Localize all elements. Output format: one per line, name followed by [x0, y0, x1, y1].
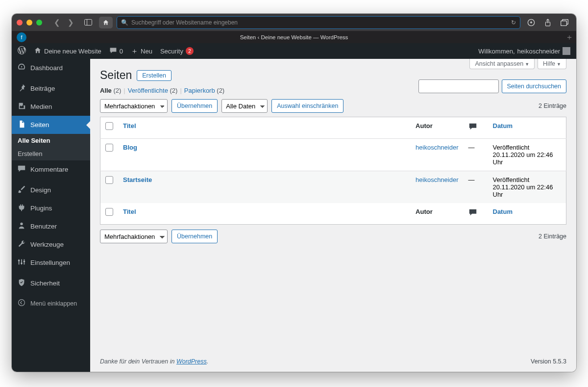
col-title-sort-bottom[interactable]: Titel — [123, 208, 136, 215]
menu-plugins[interactable]: Plugins — [12, 199, 90, 217]
nav-forward-button[interactable]: ❯ — [64, 17, 77, 28]
plugin-icon — [17, 203, 26, 213]
security-menu[interactable]: Security 2 — [156, 43, 197, 59]
user-icon — [17, 221, 26, 232]
media-icon — [17, 102, 26, 112]
close-window-icon[interactable] — [17, 20, 23, 26]
search-pages-input[interactable] — [418, 79, 499, 93]
sidebar-toggle-icon[interactable] — [81, 17, 95, 28]
menu-collapse[interactable]: Menü einklappen — [12, 295, 90, 312]
row-date: Veröffentlicht 20.11.2020 um 22:46 Uhr — [488, 139, 566, 171]
row-checkbox[interactable] — [105, 176, 113, 184]
comment-icon — [109, 47, 117, 56]
nav-back-button[interactable]: ❮ — [50, 17, 64, 28]
menu-appearance[interactable]: Design — [12, 181, 90, 199]
page-title-link[interactable]: Blog — [123, 144, 137, 151]
item-count: 2 Einträge — [539, 103, 566, 109]
select-all-checkbox-bottom[interactable] — [105, 208, 113, 216]
menu-security[interactable]: Sicherheit — [12, 274, 90, 292]
pin-icon — [17, 83, 26, 94]
tab-title[interactable]: Seiten ‹ Deine neue Website — WordPress — [240, 34, 348, 40]
maximize-window-icon[interactable] — [36, 20, 42, 26]
menu-label: Menü einklappen — [30, 300, 77, 307]
bulk-apply-button-bottom[interactable]: Übernehmen — [172, 230, 218, 243]
col-date-sort[interactable]: Datum — [493, 122, 513, 129]
pages-table: Titel Autor Datum Blog heikoschneider — — [100, 117, 566, 225]
site-name-menu[interactable]: Deine neue Website — [30, 43, 105, 59]
new-tab-button[interactable]: ＋ — [565, 32, 573, 43]
bulk-apply-button[interactable]: Übernehmen — [172, 99, 218, 113]
comments-menu[interactable]: 0 — [105, 43, 127, 59]
home-button[interactable] — [99, 17, 113, 28]
page-title: Seiten — [100, 69, 132, 82]
date-filter-select[interactable]: Alle Daten — [221, 99, 268, 113]
security-label: Security — [160, 48, 183, 55]
svg-rect-7 — [19, 259, 20, 265]
page-author-link[interactable]: heikoschneider — [416, 144, 458, 151]
row-checkbox[interactable] — [105, 144, 113, 152]
menu-posts[interactable]: Beiträge — [12, 79, 90, 98]
menu-tools[interactable]: Werkzeuge — [12, 235, 90, 254]
wp-logo-menu[interactable] — [14, 43, 30, 59]
menu-label: Plugins — [30, 205, 52, 212]
welcome-user: heikoschneider — [517, 48, 560, 55]
menu-comments[interactable]: Kommentare — [12, 160, 90, 179]
table-row: Blog heikoschneider — Veröffentlicht 20.… — [100, 139, 566, 171]
help-button[interactable]: Hilfe▼ — [538, 59, 566, 69]
svg-point-13 — [19, 300, 25, 306]
bulk-action-select[interactable]: Mehrfachaktionen — [100, 99, 168, 113]
filter-published[interactable]: Veröffentlichte — [128, 87, 168, 94]
svg-rect-5 — [561, 21, 567, 26]
minimize-window-icon[interactable] — [26, 20, 32, 26]
admin-menu: Dashboard Beiträge Medien Seiten Alle Se… — [12, 59, 90, 372]
menu-media[interactable]: Medien — [12, 98, 90, 116]
svg-rect-8 — [18, 260, 20, 261]
wordpress-link[interactable]: WordPress — [176, 358, 207, 365]
menu-dashboard[interactable]: Dashboard — [12, 59, 90, 77]
submenu-new-page[interactable]: Erstellen — [12, 147, 90, 160]
wp-admin-bar: Deine neue Website 0 ＋ Neu Security 2 Wi… — [12, 43, 576, 59]
filter-button[interactable]: Auswahl einschränken — [271, 99, 343, 113]
downloads-icon[interactable] — [524, 17, 538, 28]
svg-rect-12 — [24, 261, 25, 262]
window-traffic-lights — [17, 20, 42, 26]
security-badge: 2 — [186, 47, 194, 55]
browser-toolbar: ❮ ❯ 🔍 Suchbegriff oder Websitename einge… — [12, 14, 576, 31]
menu-pages[interactable]: Seiten — [12, 116, 90, 134]
tablenav-top: Mehrfachaktionen Übernehmen Alle Daten A… — [100, 99, 566, 113]
screen-options-button[interactable]: Ansicht anpassen▼ — [469, 59, 535, 69]
bulk-action-select-bottom[interactable]: Mehrfachaktionen — [100, 230, 168, 243]
filter-trash[interactable]: Papierkorb — [184, 87, 215, 94]
site-name-label: Deine neue Website — [44, 48, 101, 55]
select-all-checkbox[interactable] — [105, 122, 113, 130]
page-author-link[interactable]: heikoschneider — [416, 176, 458, 183]
reload-icon[interactable]: ↻ — [511, 19, 516, 26]
svg-rect-0 — [85, 20, 92, 26]
col-author-header-bottom: Autor — [411, 203, 463, 225]
comment-column-icon[interactable] — [468, 124, 477, 133]
wordpress-logo-icon — [18, 46, 26, 56]
menu-label: Beiträge — [30, 85, 55, 92]
share-icon[interactable] — [541, 17, 555, 28]
url-bar[interactable]: 🔍 Suchbegriff oder Websitename eingeben … — [117, 16, 520, 29]
menu-users[interactable]: Benutzer — [12, 217, 90, 235]
account-menu[interactable]: Willkommen, heikoschneider — [474, 43, 574, 59]
footer-thanks: Danke für dein Vertrauen in WordPress. — [100, 358, 208, 365]
table-row: Startseite heikoschneider — Veröffentlic… — [100, 171, 566, 204]
col-author-header: Autor — [411, 117, 463, 139]
add-new-page-button[interactable]: Erstellen — [137, 70, 172, 81]
comment-icon — [17, 164, 26, 175]
menu-label: Einstellungen — [30, 259, 70, 266]
filter-all[interactable]: Alle — [100, 87, 112, 94]
tabs-icon[interactable] — [558, 17, 571, 28]
page-title-link[interactable]: Startseite — [123, 176, 152, 183]
col-date-sort-bottom[interactable]: Datum — [493, 208, 513, 215]
submenu-all-pages[interactable]: Alle Seiten — [12, 134, 90, 147]
comment-column-icon-bottom[interactable] — [468, 209, 477, 219]
menu-label: Seiten — [30, 121, 49, 129]
menu-settings[interactable]: Einstellungen — [12, 254, 90, 272]
col-title-sort[interactable]: Titel — [123, 122, 136, 129]
new-content-menu[interactable]: ＋ Neu — [127, 43, 156, 59]
search-pages-button[interactable]: Seiten durchsuchen — [502, 79, 567, 93]
chevron-down-icon: ▼ — [557, 62, 561, 67]
